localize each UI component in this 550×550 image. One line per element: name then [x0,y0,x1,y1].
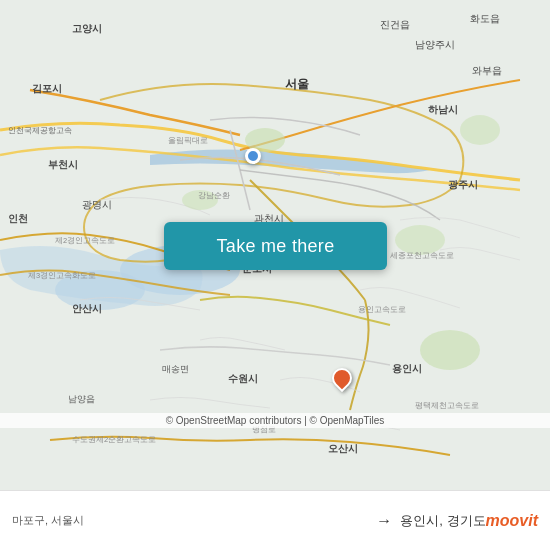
svg-text:제2경인고속도로: 제2경인고속도로 [55,236,115,245]
take-me-there-button[interactable]: Take me there [164,222,387,270]
svg-text:광주시: 광주시 [448,179,478,190]
svg-text:용인고속도로: 용인고속도로 [358,305,406,314]
copyright-bar: © OpenStreetMap contributors | © OpenMap… [0,413,550,428]
svg-text:인천국제공항고속: 인천국제공항고속 [8,126,72,135]
svg-text:오산시: 오산시 [328,443,358,454]
svg-text:고양시: 고양시 [72,23,102,34]
bottom-bar: 마포구, 서울시 → 용인시, 경기도 moovit [0,490,550,550]
svg-text:부천시: 부천시 [48,159,78,170]
svg-text:화도읍: 화도읍 [470,13,500,24]
moovit-logo: moovit [486,512,538,530]
svg-text:김포시: 김포시 [32,83,62,94]
svg-text:제3경인고속화도로: 제3경인고속화도로 [28,271,96,280]
map-container: 고양시 진건읍 화도읍 남양주시 김포시 서울 와부읍 인천국제공항고속 올림픽… [0,0,550,490]
svg-point-6 [420,330,480,370]
svg-text:세종포천고속도로: 세종포천고속도로 [390,251,454,260]
svg-text:서울: 서울 [285,77,309,91]
svg-text:강남순환: 강남순환 [198,191,230,200]
svg-text:수원시: 수원시 [228,373,258,384]
origin-label: 마포구, 서울시 [12,513,368,528]
svg-text:안산시: 안산시 [72,303,102,314]
origin-marker [245,148,261,164]
svg-text:하남시: 하남시 [428,104,458,115]
copyright-text: © OpenStreetMap contributors | © OpenMap… [166,415,385,426]
svg-text:남양주시: 남양주시 [415,39,455,50]
svg-text:와부읍: 와부읍 [472,65,502,76]
svg-text:평택제천고속도로: 평택제천고속도로 [415,401,479,410]
svg-text:진건읍: 진건읍 [380,19,410,30]
svg-text:광명시: 광명시 [82,199,112,210]
destination-label: 용인시, 경기도 [400,512,485,530]
arrow-icon: → [376,512,392,530]
svg-text:올림픽대로: 올림픽대로 [168,136,208,145]
svg-point-7 [460,115,500,145]
svg-text:수도권제2순환고속도로: 수도권제2순환고속도로 [72,435,156,444]
svg-text:남양읍: 남양읍 [68,394,95,404]
svg-text:매송면: 매송면 [162,364,189,374]
svg-text:용인시: 용인시 [392,363,422,374]
svg-text:인천: 인천 [8,213,28,224]
moovit-text: moovit [486,512,538,530]
